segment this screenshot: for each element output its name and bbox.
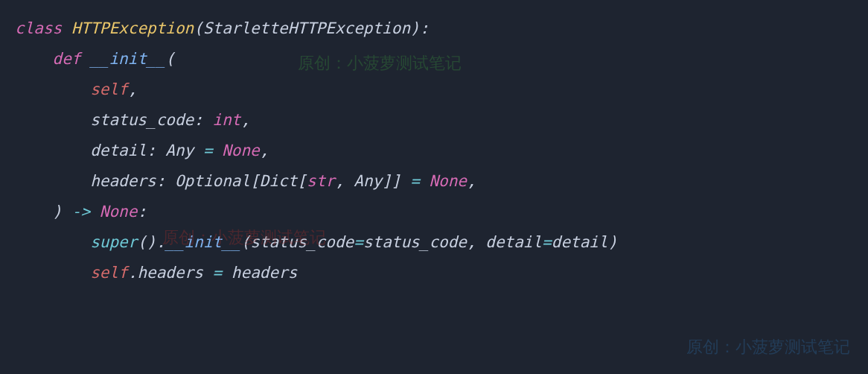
kwarg-status-code: status_code <box>250 233 354 251</box>
code-line-9: self.headers = headers <box>15 258 853 288</box>
param-status-code: status_code <box>90 111 194 129</box>
comma: , <box>467 172 476 190</box>
param-headers: headers <box>90 172 156 190</box>
base-class: StarletteHTTPException <box>203 19 410 37</box>
type-any: Any <box>165 142 194 159</box>
lparen: ( <box>194 19 203 37</box>
rparen: ) <box>608 233 618 251</box>
val-headers: headers <box>232 264 298 282</box>
colon: : <box>137 203 147 221</box>
comma: , <box>240 111 250 129</box>
colon: : <box>156 172 175 190</box>
rparen: ) <box>53 203 63 221</box>
kwarg-detail: detail <box>485 233 542 251</box>
type-optional: Optional <box>175 172 250 190</box>
dot: . <box>128 264 138 282</box>
eq: = <box>194 142 222 159</box>
super-call: super <box>90 233 137 251</box>
ret-none: None <box>100 203 138 221</box>
colon: : <box>147 142 165 159</box>
val-none: None <box>222 142 260 159</box>
kw-class: class <box>15 19 62 37</box>
arg-detail: detail <box>552 233 608 251</box>
comma: , <box>467 233 485 251</box>
comma: , <box>128 80 138 98</box>
code-line-8: super().__init__(status_code=status_code… <box>15 227 853 258</box>
dunder-init: __init__ <box>165 233 240 251</box>
eq: = <box>354 233 363 251</box>
code-line-7: ) -> None: <box>15 197 853 227</box>
comma: , <box>260 142 269 159</box>
dot: . <box>156 233 166 251</box>
code-line-5: detail: Any = None, <box>15 136 853 166</box>
classname: HTTPException <box>71 19 194 37</box>
lbracket2: [ <box>297 172 307 190</box>
code-line-6: headers: Optional[Dict[str, Any]] = None… <box>15 166 853 197</box>
param-detail: detail <box>90 142 147 159</box>
lparen: ( <box>240 233 250 251</box>
kw-def: def <box>53 50 81 68</box>
rparen-colon: ): <box>410 19 429 37</box>
comma-inner: , <box>335 172 354 190</box>
attr-headers: headers <box>137 264 203 282</box>
type-any2: Any <box>354 172 382 190</box>
fn-init: __init__ <box>90 50 165 68</box>
eq: = <box>203 264 232 282</box>
code-line-2: def __init__( <box>15 44 853 75</box>
watermark-3: 原创：小菠萝测试笔记 <box>686 332 850 364</box>
arrow: -> <box>62 203 100 221</box>
type-dict: Dict <box>260 172 298 190</box>
eq: = <box>542 233 552 251</box>
arg-status-code: status_code <box>363 233 467 251</box>
lparen: ( <box>165 50 175 68</box>
self: self <box>90 264 128 282</box>
lbracket: [ <box>250 172 260 190</box>
val-none: None <box>429 172 467 190</box>
colon: : <box>194 111 212 129</box>
type-int: int <box>213 111 241 129</box>
code-block: class HTTPException(StarletteHTTPExcepti… <box>15 13 853 288</box>
eq: = <box>401 172 429 190</box>
code-line-4: status_code: int, <box>15 105 853 136</box>
parens: () <box>137 233 156 251</box>
param-self: self <box>90 80 128 98</box>
type-str: str <box>307 172 335 190</box>
code-line-3: self, <box>15 75 853 105</box>
code-line-1: class HTTPException(StarletteHTTPExcepti… <box>15 13 853 44</box>
rbrackets: ]] <box>382 172 401 190</box>
